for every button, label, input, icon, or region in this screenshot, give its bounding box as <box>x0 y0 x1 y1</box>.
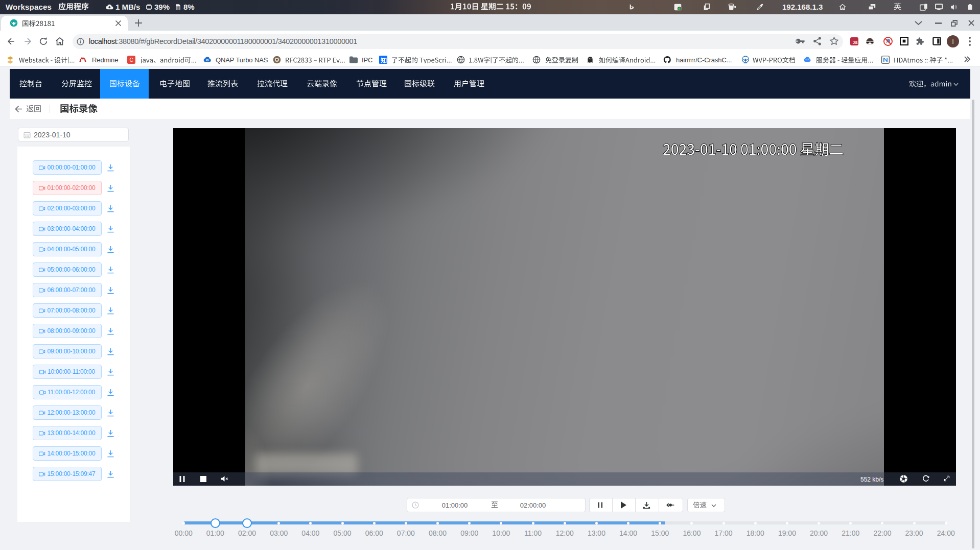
svg-text:C: C <box>129 57 133 63</box>
